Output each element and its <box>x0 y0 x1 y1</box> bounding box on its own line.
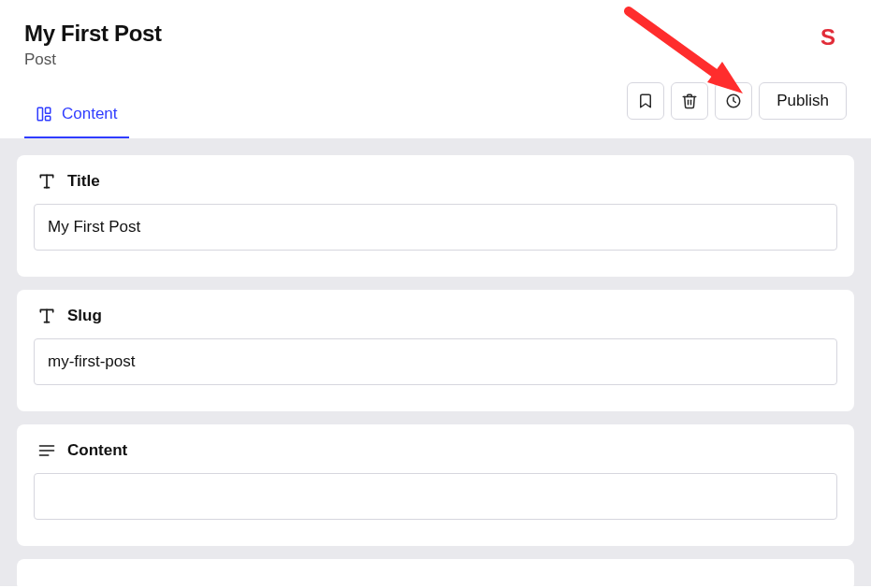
field-label-content-text: Content <box>67 441 127 460</box>
bookmark-button[interactable] <box>627 82 664 120</box>
svg-rect-3 <box>46 116 51 121</box>
text-icon <box>37 307 56 325</box>
layout-icon <box>36 106 52 122</box>
text-icon <box>37 172 56 191</box>
field-card-slug: Slug <box>17 290 854 411</box>
trash-icon <box>681 93 698 109</box>
field-label-title-text: Title <box>67 172 100 191</box>
field-label-slug: Slug <box>37 307 837 325</box>
content-input[interactable] <box>34 473 837 520</box>
tab-content-label: Content <box>62 105 118 123</box>
title-input[interactable] <box>34 204 837 251</box>
action-bar: Publish <box>627 82 847 120</box>
page-subtitle: Post <box>24 50 162 69</box>
field-label-title: Title <box>37 172 837 191</box>
tab-content[interactable]: Content <box>24 105 129 138</box>
content-area: Title Slug Content <box>0 138 871 586</box>
title-block: My First Post Post <box>24 21 162 69</box>
field-card-title: Title <box>17 155 854 277</box>
field-label-content: Content <box>37 441 837 460</box>
field-card-next <box>17 559 854 586</box>
svg-rect-2 <box>46 108 51 113</box>
brand-mark: S <box>820 24 835 50</box>
editor-header: My First Post Post S Publish Content <box>0 0 871 138</box>
schedule-button[interactable] <box>715 82 752 120</box>
svg-rect-1 <box>37 108 42 121</box>
field-card-content: Content <box>17 424 854 546</box>
clock-icon <box>725 93 742 109</box>
slug-input[interactable] <box>34 338 837 385</box>
paragraph-icon <box>37 441 56 460</box>
page-title: My First Post <box>24 21 162 47</box>
bookmark-icon <box>637 93 654 109</box>
field-label-slug-text: Slug <box>67 307 102 325</box>
delete-button[interactable] <box>671 82 708 120</box>
publish-button[interactable]: Publish <box>759 82 847 120</box>
